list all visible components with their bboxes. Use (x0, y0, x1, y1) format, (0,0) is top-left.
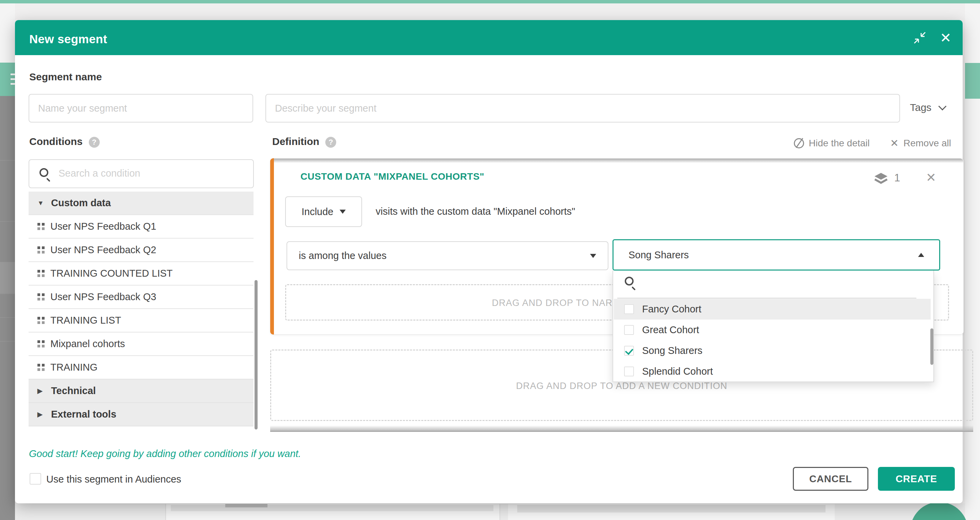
condition-color-bar (270, 158, 274, 334)
conditions-list-scrollbar[interactable] (255, 280, 258, 429)
caret-down-icon: ▼ (37, 199, 46, 207)
caret-right-icon: ▶ (37, 387, 46, 395)
checkbox-unchecked[interactable] (624, 304, 634, 314)
layer-count: 1 (894, 172, 900, 184)
tip-text: Good start! Keep going by adding other c… (29, 448, 301, 460)
app-sidebar-behind (0, 96, 15, 520)
drag-handle-icon[interactable] (37, 340, 40, 343)
panel-scrollbar[interactable] (930, 328, 933, 365)
modal-title: New segment (29, 32, 107, 46)
option-splendid-cohort[interactable]: Splendid Cohort (614, 361, 931, 382)
tags-dropdown[interactable]: Tags (910, 102, 945, 113)
option-fancy-cohort[interactable]: Fancy Cohort (614, 299, 931, 320)
caret-right-icon: ▶ (37, 410, 46, 418)
option-great-cohort[interactable]: Great Cohort (614, 320, 931, 340)
definition-label: Definition? (272, 136, 336, 148)
background-panel-bar (517, 505, 826, 512)
layers-icon (874, 173, 888, 186)
operator-dropdown[interactable]: is among the values (286, 241, 608, 270)
create-button[interactable]: CREATE (878, 467, 955, 491)
close-icon[interactable]: ✕ (939, 31, 952, 44)
drag-handle-icon[interactable] (37, 364, 40, 367)
app-sidebar-item-behind (0, 262, 15, 293)
definition-bottom-line (270, 431, 973, 432)
audiences-checkbox[interactable] (30, 473, 41, 485)
condition-item[interactable]: User NPS Feedback Q2 (29, 239, 253, 262)
collapse-icon[interactable] (913, 31, 926, 44)
panel-search-underline (617, 298, 916, 299)
definition-actions: Hide the detail ✕ Remove all (794, 137, 951, 149)
checkbox-checked[interactable] (624, 346, 634, 356)
app-header-band-right (965, 63, 980, 99)
include-dropdown[interactable]: Include (285, 196, 362, 227)
condition-card-title: CUSTOM DATA "MIXPANEL COHORTS" (301, 171, 484, 182)
conditions-label: Conditions? (29, 136, 100, 148)
value-select[interactable]: Song Sharers (612, 239, 940, 270)
audiences-label: Use this segment in Audiences (46, 474, 181, 485)
search-icon (40, 168, 48, 177)
sidebar-divider (0, 293, 15, 294)
app-top-bar (0, 0, 980, 3)
drop-zone-narrow-text: DRAG AND DROP TO NAR (422, 298, 612, 309)
condition-item[interactable]: User NPS Feedback Q3 (29, 286, 253, 309)
modal-header (15, 20, 963, 55)
caret-up-icon (918, 253, 924, 257)
search-icon (625, 277, 633, 286)
caret-down-icon (340, 210, 346, 214)
condition-item[interactable]: TRAINING LIST (29, 309, 253, 332)
sidebar-divider (0, 317, 15, 318)
cancel-button[interactable]: CANCEL (793, 467, 869, 491)
segment-name-input[interactable] (29, 94, 253, 122)
drag-handle-icon[interactable] (37, 317, 40, 320)
drag-handle-icon[interactable] (37, 246, 40, 249)
caret-down-icon (590, 254, 596, 258)
tags-label: Tags (910, 102, 931, 113)
hide-detail-button[interactable]: Hide the detail (809, 138, 870, 149)
drag-handle-icon[interactable] (37, 223, 40, 226)
eye-slash-icon[interactable] (794, 138, 804, 148)
definition-top-shadow (270, 159, 963, 163)
group-technical[interactable]: ▶ Technical (29, 380, 253, 403)
hamburger-icon (11, 83, 15, 85)
checkbox-unchecked[interactable] (624, 367, 634, 376)
condition-sentence: visits with the custom data "Mixpanel co… (375, 206, 575, 217)
drag-handle-icon[interactable] (37, 293, 40, 296)
help-icon[interactable]: ? (325, 137, 336, 148)
remove-all-x-icon[interactable]: ✕ (890, 137, 899, 149)
background-panel-tab (225, 504, 267, 507)
hamburger-icon (11, 73, 15, 75)
condition-item[interactable]: TRAINING COUNTED LIST (29, 262, 253, 286)
sidebar-divider (0, 160, 15, 161)
value-dropdown-panel: Fancy Cohort Great Cohort Song Sharers S… (612, 270, 934, 382)
drag-handle-icon[interactable] (37, 270, 40, 273)
background-panel-bar (171, 505, 493, 511)
definition-bottom-shadow (270, 425, 973, 431)
group-external-tools[interactable]: ▶ External tools (29, 403, 253, 426)
condition-search-box (29, 159, 254, 188)
condition-close-icon[interactable]: ✕ (924, 170, 938, 185)
condition-item[interactable]: Mixpanel cohorts (29, 332, 253, 356)
option-song-sharers[interactable]: Song Sharers (614, 340, 931, 361)
conditions-list: ▼ Custom data User NPS Feedback Q1 User … (29, 192, 253, 430)
remove-all-button[interactable]: Remove all (904, 138, 951, 149)
drop-zone-new-condition-text: DRAG AND DROP TO ADD A NEW CONDITION (270, 381, 973, 391)
condition-item[interactable]: TRAINING (29, 356, 253, 380)
screen: New segment ✕ Segment name Tags Conditio… (0, 0, 980, 520)
chevron-down-icon (939, 102, 947, 110)
help-icon[interactable]: ? (89, 137, 100, 148)
hamburger-icon (11, 78, 15, 80)
sidebar-divider (0, 341, 15, 342)
condition-search-input[interactable] (58, 160, 243, 187)
sidebar-divider (0, 221, 15, 222)
checkbox-unchecked[interactable] (624, 325, 634, 335)
segment-name-label: Segment name (29, 71, 102, 83)
segment-description-input[interactable] (266, 94, 900, 122)
new-segment-modal: New segment ✕ Segment name Tags Conditio… (15, 20, 963, 503)
condition-item[interactable]: User NPS Feedback Q1 (29, 215, 253, 239)
group-custom-data[interactable]: ▼ Custom data (29, 192, 253, 215)
